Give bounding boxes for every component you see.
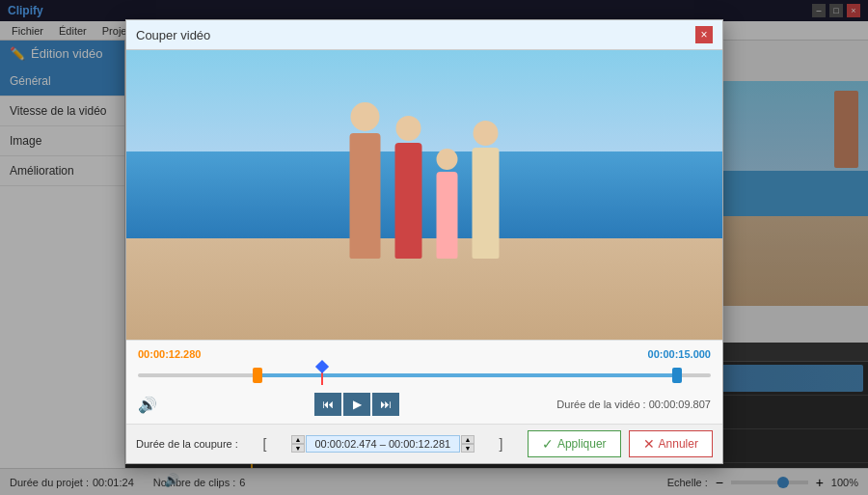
trim-handle-end[interactable]: [672, 368, 682, 383]
apply-button[interactable]: ✓ Appliquer: [528, 430, 621, 457]
prev-button[interactable]: ⏮: [314, 393, 341, 416]
trim-selected-range: [253, 373, 683, 377]
couper-video-modal: Couper vidéo ×: [125, 19, 723, 464]
head-3: [437, 149, 458, 170]
checkmark-icon: ✓: [542, 436, 554, 452]
volume-icon[interactable]: 🔊: [138, 396, 157, 414]
player-buttons: ⏮ ▶ ⏭: [314, 393, 399, 416]
trim-controls: 00:00:12.280 00:00:15.000 🔊: [126, 340, 722, 424]
action-buttons: ✓ Appliquer ✕ Annuler: [528, 430, 713, 457]
cut-time-input[interactable]: [306, 435, 460, 453]
spin-up-button[interactable]: ▲: [291, 435, 305, 444]
apply-label: Appliquer: [557, 437, 607, 451]
modal-overlay: Couper vidéo ×: [0, 0, 868, 495]
cut-duration-row: Durée de la coupure : [ ▲ ▼ ▲ ▼ ]: [126, 424, 722, 463]
modal-title: Couper vidéo: [136, 28, 210, 42]
playhead-indicator: [321, 366, 323, 385]
modal-close-button[interactable]: ×: [695, 26, 713, 43]
family-figures: [350, 133, 500, 259]
cancel-button[interactable]: ✕ Annuler: [629, 430, 713, 457]
time-end: 00:00:15.000: [648, 348, 711, 360]
person-2: [395, 143, 422, 259]
head-2: [396, 116, 421, 141]
person-1: [350, 133, 381, 259]
modal-title-bar: Couper vidéo ×: [126, 20, 722, 50]
cut-bracket-close: ]: [499, 436, 502, 452]
trim-slider[interactable]: [138, 366, 711, 385]
x-icon: ✕: [643, 436, 655, 452]
play-button[interactable]: ▶: [343, 393, 370, 416]
cancel-label: Annuler: [659, 437, 698, 451]
video-preview-area: [126, 50, 722, 340]
time-display-row: 00:00:12.280 00:00:15.000: [138, 348, 711, 360]
head-4: [474, 121, 499, 146]
cut-time-input-group: ▲ ▼ ▲ ▼: [291, 435, 475, 453]
spin-up-right-button[interactable]: ▲: [461, 435, 475, 444]
next-button[interactable]: ⏭: [372, 393, 399, 416]
cut-duration-label: Durée de la coupure :: [136, 438, 238, 450]
head-1: [351, 102, 380, 131]
video-preview-content: [126, 50, 722, 340]
person-4: [473, 148, 500, 259]
duration-value: 00:00:09.807: [649, 399, 711, 410]
time-start: 00:00:12.280: [138, 348, 201, 360]
player-controls-row: 🔊 ⏮ ▶ ⏭ Durée de la vidéo : 00:00:09.807: [138, 389, 711, 420]
app-window: Clipify – □ × Fichier Éditer Projet Vidé…: [0, 0, 868, 495]
person-3: [437, 172, 458, 259]
spin-down-right-button[interactable]: ▼: [461, 444, 475, 453]
duration-info: Durée de la vidéo : 00:00:09.807: [556, 399, 711, 410]
trim-handle-start[interactable]: [253, 368, 262, 383]
cut-bracket-open: [: [262, 436, 266, 452]
cut-spin-right: ▲ ▼: [461, 435, 475, 453]
cut-spin-up: ▲ ▼: [291, 435, 305, 453]
playhead-diamond: [315, 360, 329, 373]
spin-down-button[interactable]: ▼: [291, 444, 305, 453]
duration-label: Durée de la vidéo :: [556, 399, 645, 410]
